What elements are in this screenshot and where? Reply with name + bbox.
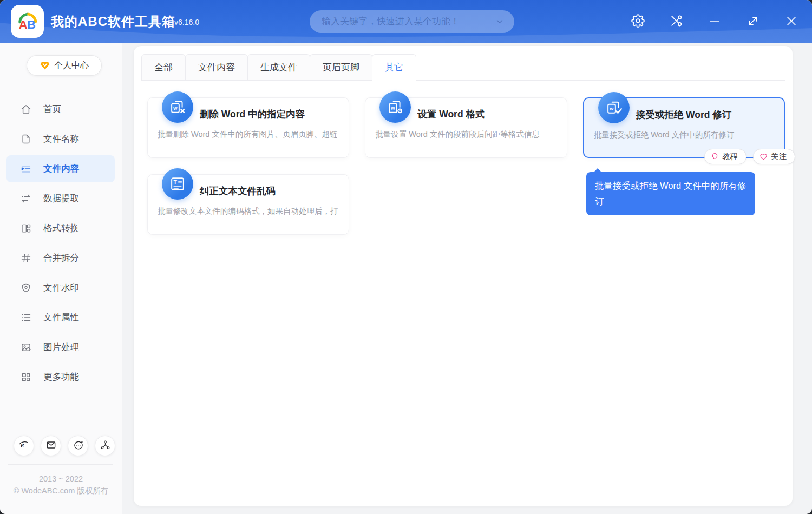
abc-logo-icon: A B (15, 9, 40, 34)
card-tooltip: 批量接受或拒绝 Word 文件中的所有修订 (586, 172, 755, 215)
sidebar-menu: 首页 文件名称 文件内容 数据提取 格式转换 合并拆分 (6, 96, 115, 393)
sidebar-item-label: 文件水印 (43, 282, 79, 294)
ie-browser-icon: e (18, 440, 29, 452)
sidebar-item-home[interactable]: 首页 (6, 96, 115, 123)
copyright-owner: © WodeABC.com 版权所有 (0, 485, 122, 497)
screenshot-button[interactable] (665, 11, 687, 32)
sidebar-item-label: 首页 (43, 103, 61, 115)
file-props-icon (21, 312, 31, 323)
more-grid-icon (21, 372, 31, 383)
svg-text:w: w (609, 106, 614, 111)
share-nodes-icon (100, 440, 110, 452)
vip-gem-icon (40, 60, 50, 71)
tutorial-label: 教程 (722, 151, 738, 162)
sidebar-item-image-process[interactable]: 图片处理 (6, 334, 115, 361)
card-hover-actions: 教程 关注 (704, 149, 795, 164)
sidebar-item-merge-split[interactable]: 合并拆分 (6, 245, 115, 272)
sidebar-item-label: 文件内容 (43, 163, 79, 175)
website-button[interactable]: e (14, 436, 34, 456)
mail-icon (46, 440, 56, 452)
sidebar-item-label: 文件属性 (43, 312, 79, 324)
function-search-input[interactable] (310, 10, 495, 33)
minimize-button[interactable] (704, 11, 725, 32)
card-fix-text-encoding[interactable]: T 纠正文本文件乱码 批量修改文本文件的编码格式，如果自动处理后，打 (147, 174, 349, 235)
file-content-icon (21, 163, 31, 174)
copyright-years: 2013 ~ 2022 (0, 473, 122, 485)
card-title: 纠正文本文件乱码 (200, 184, 276, 197)
tab-file-content[interactable]: 文件内容 (185, 54, 248, 80)
version-label: v6.16.0 (174, 18, 199, 27)
function-search[interactable] (310, 10, 514, 33)
sidebar-item-format-convert[interactable]: 格式转换 (6, 215, 115, 242)
word-doc-check-icon: w (598, 92, 630, 123)
personal-center-button[interactable]: 个人中心 (27, 55, 102, 76)
close-button[interactable] (781, 11, 802, 32)
sidebar-item-data-extract[interactable]: 数据提取 (6, 185, 115, 212)
feedback-button[interactable] (68, 436, 88, 456)
merge-split-icon (21, 253, 31, 263)
heart-icon (759, 153, 768, 161)
sidebar-item-label: 数据提取 (43, 193, 79, 205)
sidebar-item-label: 图片处理 (43, 341, 79, 353)
sidebar-item-more[interactable]: 更多功能 (6, 364, 115, 391)
data-extract-icon (21, 193, 31, 204)
sidebar-item-file-name[interactable]: 文件名称 (6, 126, 115, 153)
card-title: 设置 Word 格式 (417, 108, 484, 121)
sidebar-item-file-content[interactable]: 文件内容 (6, 155, 115, 182)
share-button[interactable] (95, 436, 115, 456)
tab-all[interactable]: 全部 (141, 54, 186, 80)
sidebar-divider (5, 84, 116, 84)
sidebar-footer-icons: e (14, 436, 115, 456)
svg-text:w: w (391, 106, 396, 111)
app-window: A B 我的ABC软件工具箱 v6.16.0 (0, 0, 812, 514)
sidebar: 个人中心 首页 文件名称 文件内容 数据提取 格式转换 (0, 43, 122, 514)
svg-text:T: T (174, 180, 178, 186)
lightbulb-icon (711, 153, 719, 161)
svg-text:A: A (18, 18, 27, 31)
watermark-shield-icon (21, 282, 31, 293)
card-title: 接受或拒绝 Word 修订 (636, 108, 732, 121)
card-title: 删除 Word 中的指定内容 (200, 108, 305, 121)
titlebar: A B 我的ABC软件工具箱 v6.16.0 (0, 0, 812, 43)
resize-icon (747, 15, 759, 29)
category-tabs: 全部 文件内容 生成文件 页眉页脚 其它 (141, 54, 785, 81)
copyright: 2013 ~ 2022 © WodeABC.com 版权所有 (0, 473, 122, 497)
card-accept-reject-revisions[interactable]: w 接受或拒绝 Word 修订 批量接受或拒绝 Word 文件中的所有修订 教程 (583, 97, 785, 158)
card-description: 批量接受或拒绝 Word 文件中的所有修订 (594, 130, 777, 140)
follow-label: 关注 (771, 151, 787, 162)
minimize-icon (708, 15, 721, 29)
home-icon (21, 104, 31, 115)
chat-icon (73, 440, 83, 452)
follow-button[interactable]: 关注 (753, 149, 795, 164)
tab-header-footer[interactable]: 页眉页脚 (310, 54, 372, 80)
card-set-word-format[interactable]: w 设置 Word 格式 批量设置 Word 文件的段前段后间距等格式信息 (365, 97, 567, 158)
window-controls (627, 0, 802, 43)
sidebar-item-file-props[interactable]: 文件属性 (6, 304, 115, 331)
sidebar-item-label: 格式转换 (43, 222, 79, 234)
chevron-down-icon[interactable] (495, 17, 505, 27)
app-logo: A B (11, 5, 44, 38)
maximize-button[interactable] (742, 11, 764, 32)
sidebar-footer-divider (8, 464, 113, 465)
sidebar-item-label: 文件名称 (43, 133, 79, 145)
settings-gear-icon (631, 14, 645, 29)
card-description: 批量删除 Word 文件中的所有图片、页眉页脚、超链 (158, 129, 342, 140)
card-description: 批量修改文本文件的编码格式，如果自动处理后，打 (158, 206, 342, 216)
file-name-icon (21, 134, 31, 144)
word-doc-gear-icon: w (379, 91, 411, 123)
card-delete-word-content[interactable]: w 删除 Word 中的指定内容 批量删除 Word 文件中的所有图片、页眉页脚… (147, 97, 349, 158)
main-panel: 全部 文件内容 生成文件 页眉页脚 其它 w 删除 Word 中的指定内容 批量… (134, 46, 793, 506)
card-description: 批量设置 Word 文件的段前段后间距等格式信息 (375, 129, 560, 140)
sidebar-item-watermark[interactable]: 文件水印 (6, 274, 115, 301)
svg-text:B: B (27, 18, 36, 31)
tab-generate-file[interactable]: 生成文件 (247, 54, 310, 80)
email-button[interactable] (41, 436, 61, 456)
text-doc-icon: T (162, 168, 193, 200)
sidebar-item-label: 更多功能 (43, 371, 79, 383)
word-doc-delete-icon: w (162, 91, 193, 123)
tutorial-button[interactable]: 教程 (704, 149, 746, 164)
settings-button[interactable] (627, 11, 649, 32)
format-convert-icon (21, 223, 31, 234)
image-process-icon (21, 342, 31, 353)
tab-other[interactable]: 其它 (372, 54, 416, 80)
